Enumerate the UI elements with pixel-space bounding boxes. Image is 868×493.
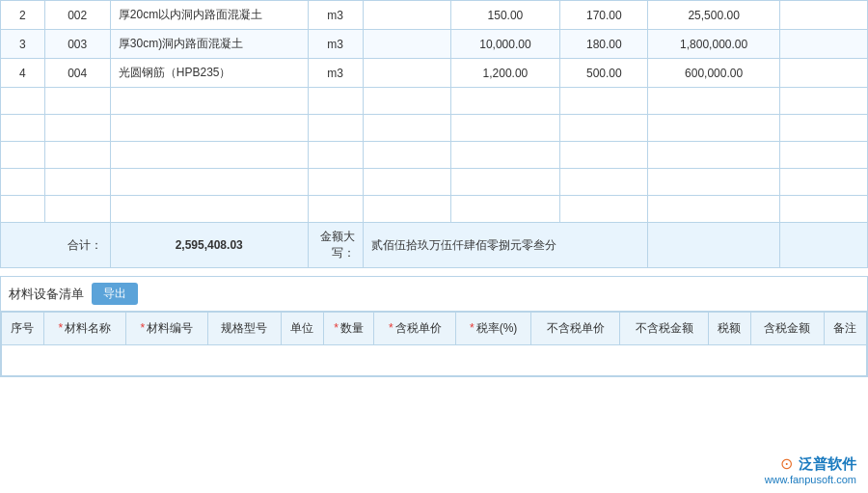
cell-code: 003	[44, 30, 110, 59]
amount-big-value: 贰佰伍拾玖万伍仟肆佰零捌元零叁分	[363, 223, 648, 268]
cell-unit-price: 500.00	[560, 59, 648, 88]
cell-blank	[363, 59, 450, 88]
required-star: *	[59, 321, 64, 335]
materials-empty-row	[2, 344, 867, 375]
materials-header-row: 序号*材料名称*材料编号规格型号单位*数量*含税单价*税率(%)不含税单价不含税…	[2, 313, 867, 345]
empty-row	[1, 115, 868, 142]
materials-table: 序号*材料名称*材料编号规格型号单位*数量*含税单价*税率(%)不含税单价不含税…	[1, 312, 867, 376]
cell-blank	[363, 30, 450, 59]
cell-unit-price: 180.00	[560, 30, 648, 59]
cell-amount: 1,800,000.00	[648, 30, 780, 59]
cell-unit: m3	[308, 30, 363, 59]
cell-quantity: 1,200.00	[450, 59, 560, 88]
cell-seq: 4	[1, 59, 45, 88]
table-row: 2 002 厚20cm以内洞内路面混凝土 m3 150.00 170.00 25…	[1, 1, 868, 30]
cell-seq: 3	[1, 30, 45, 59]
table-row: 4 004 光圆钢筋（HPB235） m3 1,200.00 500.00 60…	[1, 59, 868, 88]
required-star: *	[389, 321, 393, 335]
materials-title: 材料设备清单	[9, 286, 84, 303]
total-row: 合计： 2,595,408.03 金额大写： 贰佰伍拾玖万伍仟肆佰零捌元零叁分	[1, 223, 868, 268]
empty-row	[1, 142, 868, 169]
cell-name: 厚20cm以内洞内路面混凝土	[110, 1, 308, 30]
total-blank2	[779, 223, 867, 268]
export-button[interactable]: 导出	[92, 283, 138, 305]
col-no_tax_unit: 不含税单价	[531, 313, 620, 345]
materials-section: 材料设备清单 导出 序号*材料名称*材料编号规格型号单位*数量*含税单价*税率(…	[0, 276, 868, 377]
cell-unit-price: 170.00	[560, 1, 648, 30]
total-blank1	[648, 223, 780, 268]
col-qty: *数量	[323, 313, 374, 345]
col-spec: 规格型号	[207, 313, 281, 345]
total-label: 合计：	[1, 223, 111, 268]
cell-blank	[363, 1, 450, 30]
col-tax_unit_price: *含税单价	[374, 313, 456, 345]
cell-code: 004	[44, 59, 110, 88]
col-unit: 单位	[281, 313, 323, 345]
materials-header: 材料设备清单 导出	[1, 277, 867, 312]
empty-row	[1, 196, 868, 223]
cell-unit: m3	[308, 59, 363, 88]
amount-big-label: 金额大写：	[308, 223, 363, 268]
required-star: *	[470, 321, 475, 335]
col-mat_name: *材料名称	[43, 313, 125, 345]
cell-seq: 2	[1, 1, 45, 30]
required-star: *	[334, 321, 339, 335]
empty-row	[1, 169, 868, 196]
cell-code: 002	[44, 1, 110, 30]
cell-name: 厚30cm)洞内路面混凝土	[110, 30, 308, 59]
cell-name: 光圆钢筋（HPB235）	[110, 59, 308, 88]
main-table: 2 002 厚20cm以内洞内路面混凝土 m3 150.00 170.00 25…	[0, 0, 868, 268]
col-tax_amount: 税额	[708, 313, 750, 345]
col-inc_tax_amount: 含税金额	[750, 313, 824, 345]
empty-row	[1, 88, 868, 115]
cell-note	[779, 1, 867, 30]
col-no_tax_amount: 不含税金额	[620, 313, 709, 345]
total-value: 2,595,408.03	[110, 223, 308, 268]
col-note: 备注	[824, 313, 866, 345]
cell-quantity: 10,000.00	[450, 30, 560, 59]
cell-amount: 600,000.00	[648, 59, 780, 88]
cell-amount: 25,500.00	[648, 1, 780, 30]
cell-note	[779, 59, 867, 88]
required-star: *	[140, 321, 145, 335]
col-mat_code: *材料编号	[125, 313, 207, 345]
col-seq: 序号	[2, 313, 44, 345]
cell-note	[779, 30, 867, 59]
cell-quantity: 150.00	[450, 1, 560, 30]
cell-unit: m3	[308, 1, 363, 30]
table-row: 3 003 厚30cm)洞内路面混凝土 m3 10,000.00 180.00 …	[1, 30, 868, 59]
col-tax_rate: *税率(%)	[456, 313, 531, 345]
